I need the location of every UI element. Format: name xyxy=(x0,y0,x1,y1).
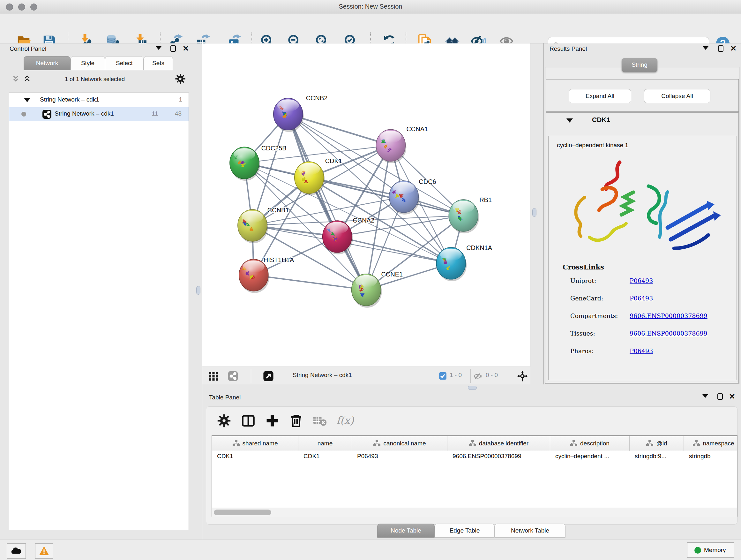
table-cell[interactable]: 9606.ENSP00000378699 xyxy=(448,451,550,462)
string-style-icon[interactable] xyxy=(227,371,239,381)
separator xyxy=(251,369,251,383)
open-in-window-icon[interactable] xyxy=(263,371,274,381)
node-gloss xyxy=(298,163,320,175)
column-header-label: name xyxy=(318,440,333,447)
left-splitter-handle[interactable] xyxy=(196,286,200,295)
network-collection-row[interactable]: String Network – cdk1 1 xyxy=(9,93,189,107)
protein-collapse-icon[interactable] xyxy=(566,118,573,123)
crosslink-link[interactable]: 9606.ENSP00000378699 xyxy=(630,330,708,337)
tab-sets[interactable]: Sets xyxy=(144,56,173,70)
node-label: CCNA2 xyxy=(353,217,375,224)
crosslink-link[interactable]: 9606.ENSP00000378699 xyxy=(630,312,708,319)
network-edge[interactable] xyxy=(254,275,366,290)
cloud-status-button[interactable] xyxy=(7,543,26,559)
column-header-description[interactable]: description xyxy=(550,436,630,451)
network-node-CDKN1A[interactable]: CDKN1A xyxy=(436,244,492,281)
column-header-shared-name[interactable]: shared name xyxy=(212,436,298,451)
table-horizontal-scrollbar xyxy=(212,508,737,516)
table-cell[interactable]: CDK1 xyxy=(212,451,298,462)
delete-column-trash-icon[interactable] xyxy=(289,414,303,428)
control-panel-float-icon[interactable] xyxy=(171,45,176,53)
right-splitter-handle[interactable] xyxy=(532,208,536,217)
network-node-CDC6[interactable]: CDC6 xyxy=(389,178,436,214)
birds-eye-grid-icon[interactable] xyxy=(208,371,219,381)
table-cell[interactable]: CDK1 xyxy=(298,451,352,462)
column-network-icon xyxy=(570,440,578,447)
network-edge[interactable] xyxy=(309,178,464,215)
protein-structure-image xyxy=(554,152,731,261)
crosslink-link[interactable]: P06493 xyxy=(630,277,653,284)
column-header-@id[interactable]: @id xyxy=(630,436,684,451)
node-table: shared namenamecanonical namedatabase id… xyxy=(212,435,738,516)
hidden-count: 0 - 0 xyxy=(486,372,498,379)
network-edge[interactable] xyxy=(337,237,451,263)
network-node-CCNA1[interactable]: CCNA1 xyxy=(376,125,428,163)
column-header-canonical-name[interactable]: canonical name xyxy=(352,436,448,451)
control-panel-menu-icon[interactable] xyxy=(156,45,161,53)
tab-style[interactable]: Style xyxy=(71,56,105,70)
scrollbar-thumb[interactable] xyxy=(214,509,271,515)
network-node-CCNA2[interactable]: CCNA2 xyxy=(323,217,375,254)
column-header-database-identifier[interactable]: database identifier xyxy=(448,436,550,451)
network-edge[interactable] xyxy=(288,114,391,145)
results-panel-close-icon[interactable]: ✕ xyxy=(730,45,737,53)
table-cell[interactable]: P06493 xyxy=(352,451,448,462)
hidden-eye-slash-icon[interactable] xyxy=(474,372,482,381)
table-container: f(x) shared namenamecanonical namedataba… xyxy=(206,407,738,524)
warning-status-button[interactable] xyxy=(35,543,53,559)
collection-label: String Network – cdk1 xyxy=(40,96,99,103)
network-node-HIST1H1A[interactable]: HIST1H1A xyxy=(239,256,294,293)
selected-checkbox-icon[interactable] xyxy=(439,372,447,380)
table-row[interactable]: CDK1CDK1P064939606.ENSP00000378699cyclin… xyxy=(212,451,737,462)
expand-all-button[interactable]: Expand All xyxy=(569,89,631,103)
node-gloss xyxy=(233,148,255,160)
table-panel-float-icon[interactable] xyxy=(718,393,723,401)
network-canvas[interactable]: CCNB2CCNA1CDC25BCDK1CDC6RB1CCNB1CCNA2CDK… xyxy=(202,44,530,367)
delete-table-icon[interactable] xyxy=(313,414,327,428)
table-cell[interactable]: stringdb xyxy=(684,451,741,462)
column-header-namespace[interactable]: namespace xyxy=(684,436,741,451)
network-node-CDC25B[interactable]: CDC25B xyxy=(230,145,286,181)
tab-edge-table[interactable]: Edge Table xyxy=(434,523,495,538)
node-label: CCNB1 xyxy=(267,206,289,213)
crosslink-link[interactable]: P06493 xyxy=(630,295,653,302)
function-builder-icon[interactable]: f(x) xyxy=(336,415,354,427)
results-panel-float-icon[interactable] xyxy=(718,45,724,53)
tab-node-table[interactable]: Node Table xyxy=(377,523,434,538)
network-selection-status: 1 of 1 Network selected xyxy=(0,76,190,83)
show-columns-icon[interactable] xyxy=(241,414,255,428)
node-gloss xyxy=(243,260,265,273)
network-right-gutter xyxy=(531,44,543,384)
table-cell[interactable]: stringdb:9... xyxy=(630,451,684,462)
horizontal-splitter-handle[interactable] xyxy=(468,386,477,390)
network-edge[interactable] xyxy=(288,114,366,290)
table-options-gear-icon[interactable] xyxy=(217,414,231,428)
column-header-name[interactable]: name xyxy=(298,436,352,451)
tab-network-table[interactable]: Network Table xyxy=(495,523,565,538)
network-node-CCNB1[interactable]: CCNB1 xyxy=(238,206,289,243)
tab-select[interactable]: Select xyxy=(105,56,144,70)
tab-network[interactable]: Network xyxy=(23,56,71,70)
table-panel-close-icon[interactable]: ✕ xyxy=(729,393,735,401)
crosslink-link[interactable]: P06493 xyxy=(630,348,653,354)
create-column-plus-icon[interactable] xyxy=(265,414,279,428)
collection-expand-icon[interactable] xyxy=(24,98,30,102)
fit-crosshair-icon[interactable] xyxy=(517,371,528,381)
network-node-RB1[interactable]: RB1 xyxy=(449,196,492,233)
table-cell[interactable]: cyclin–dependent ... xyxy=(550,451,630,462)
collapse-all-button[interactable]: Collapse All xyxy=(644,89,711,103)
network-options-gear-icon[interactable] xyxy=(175,73,186,84)
memory-ok-dot-icon xyxy=(694,547,701,554)
table-panel-menu-icon[interactable] xyxy=(702,393,708,401)
results-panel-menu-icon[interactable] xyxy=(703,45,709,53)
network-node-CDK1[interactable]: CDK1 xyxy=(294,158,342,195)
control-panel-close-icon[interactable]: ✕ xyxy=(183,45,189,53)
collection-count: 1 xyxy=(179,96,182,103)
network-row-selected[interactable]: String Network – cdk1 11 48 xyxy=(9,107,189,121)
network-view-toolbar: String Network – cdk1 1 - 0 0 - 0 xyxy=(202,367,530,384)
main-toolbar: ? xyxy=(0,14,741,44)
tab-string[interactable]: String xyxy=(622,58,657,72)
memory-button[interactable]: Memory xyxy=(687,543,734,558)
network-node-CCNE1[interactable]: CCNE1 xyxy=(352,271,403,308)
network-node-CCNB2[interactable]: CCNB2 xyxy=(273,95,328,132)
